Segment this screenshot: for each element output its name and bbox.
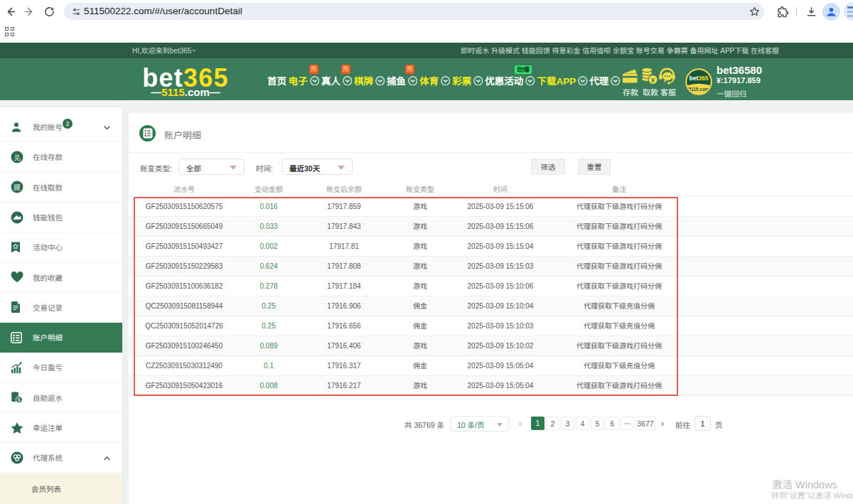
svg-text:提: 提 xyxy=(14,182,21,192)
svg-text:¥: ¥ xyxy=(651,77,655,84)
svg-text:bet365: bet365 xyxy=(690,75,709,82)
svg-text:兑: 兑 xyxy=(14,152,21,162)
svg-text:5115.com: 5115.com xyxy=(688,87,709,92)
svg-text:$: $ xyxy=(18,397,21,402)
